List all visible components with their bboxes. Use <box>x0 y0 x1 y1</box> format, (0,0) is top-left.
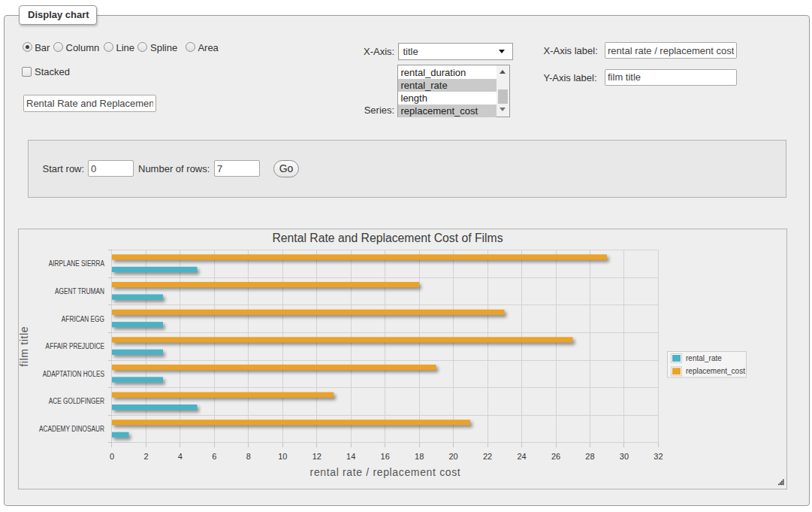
svg-text:AFRICAN EGG: AFRICAN EGG <box>62 315 104 323</box>
svg-text:4: 4 <box>178 452 183 461</box>
svg-text:10: 10 <box>278 452 287 461</box>
svg-text:6: 6 <box>212 452 216 461</box>
svg-text:Rental Rate and Replacement Co: Rental Rate and Replacement Cost of Film… <box>273 232 503 244</box>
svg-text:24: 24 <box>517 452 526 461</box>
svg-text:26: 26 <box>551 452 560 461</box>
svg-text:ADAPTATION HOLES: ADAPTATION HOLES <box>43 370 105 378</box>
svg-text:film title: film title <box>18 326 30 367</box>
svg-text:AFFAIR PREJUDICE: AFFAIR PREJUDICE <box>46 342 105 350</box>
svg-text:32: 32 <box>654 452 663 461</box>
svg-text:replacement_cost: replacement_cost <box>686 367 745 375</box>
svg-text:16: 16 <box>381 452 390 461</box>
svg-text:AIRPLANE SIERRA: AIRPLANE SIERRA <box>49 259 105 268</box>
svg-text:12: 12 <box>312 452 321 461</box>
svg-text:8: 8 <box>246 452 251 461</box>
svg-text:22: 22 <box>483 452 492 461</box>
svg-text:2: 2 <box>143 452 148 461</box>
svg-text:ACE GOLDFINGER: ACE GOLDFINGER <box>49 397 104 405</box>
svg-text:0: 0 <box>110 452 114 461</box>
svg-text:rental rate / replacement cost: rental rate / replacement cost <box>310 466 461 478</box>
svg-text:14: 14 <box>346 452 355 461</box>
svg-text:ACADEMY DINOSAUR: ACADEMY DINOSAUR <box>39 425 104 433</box>
svg-text:28: 28 <box>585 452 594 461</box>
svg-text:30: 30 <box>620 452 629 461</box>
svg-text:AGENT TRUMAN: AGENT TRUMAN <box>55 287 104 295</box>
svg-text:rental_rate: rental_rate <box>686 354 722 362</box>
svg-text:20: 20 <box>448 452 457 461</box>
svg-text:18: 18 <box>415 452 424 461</box>
